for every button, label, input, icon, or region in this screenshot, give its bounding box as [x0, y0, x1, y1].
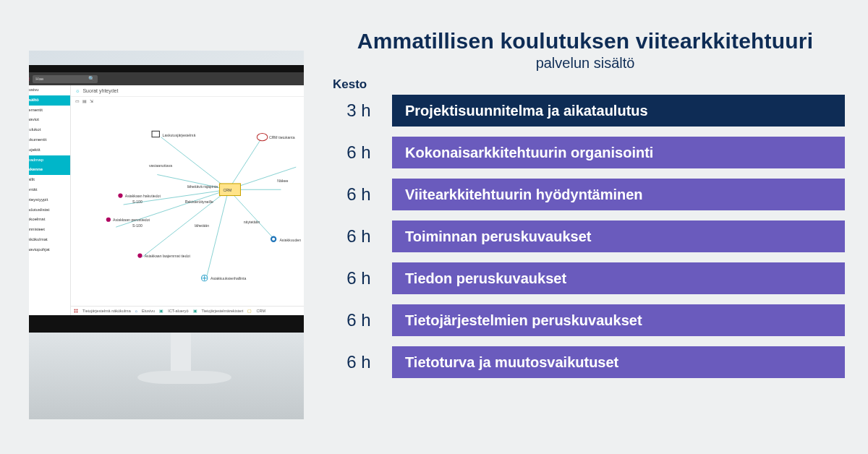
svg-point-13 [257, 133, 268, 140]
diagram-canvas[interactable]: CRM Laskutusjärjestelmä CRM tietokanta v… [71, 104, 304, 305]
app-body: EtusivuSisältöElementitKaaviotTaulukotDo… [29, 85, 304, 315]
sidebar-item[interactable]: Kaaviot [29, 115, 70, 125]
module-bar: Tietoturva ja muutosvaikutuset [392, 346, 845, 378]
module-row: 6 hTiedon peruskuvaukset [326, 262, 845, 294]
module-row: 6 hViitearkkitehtuurin hyödyntäminen [326, 179, 845, 210]
svg-text:näytetään: näytetään [244, 220, 260, 224]
sidebar-item-label: Dokumentit [29, 137, 46, 143]
monitor-bezel: ARC Hae 🔍 EtusivuSisältöElementitKaaviot… [29, 65, 304, 333]
sidebar-item[interactable]: Roadmap [29, 155, 70, 166]
svg-rect-39 [77, 312, 78, 313]
module-bar: Viitearkkitehtuurin hyödyntäminen [392, 179, 845, 210]
sidebar-item[interactable]: Kentät [29, 185, 70, 195]
module-row: 6 hKokonaisarkkitehtuurin organisointi [326, 137, 845, 168]
page-title: Ammatillisen koulutuksen viitearkkitehtu… [326, 29, 845, 53]
sidebar-item[interactable]: Projektit [29, 145, 70, 155]
svg-text:S-100: S-100 [132, 200, 142, 204]
sidebar-item[interactable]: Kokoelmat [29, 215, 70, 225]
sidebar-item[interactable]: Näkökulmat [29, 235, 70, 245]
svg-text:CRM tietokanta: CRM tietokanta [269, 135, 295, 140]
sidebar-item[interactable]: Taulukot [29, 125, 70, 135]
module-duration: 6 h [326, 142, 392, 163]
module-duration: 3 h [326, 100, 392, 121]
module-bar: Kokonaisarkkitehtuurin organisointi [392, 137, 845, 168]
sidebar-item-label: Sisältö [29, 98, 39, 103]
svg-text:Asiakkuuksienhallinta: Asiakkuuksienhallinta [210, 276, 247, 280]
breadcrumb-item[interactable]: ICT-alueryö [168, 309, 188, 313]
sidebar-item[interactable]: Etusivu [29, 85, 70, 95]
search-icon: 🔍 [88, 76, 95, 82]
svg-text:Asiakkaan hakutiedot: Asiakkaan hakutiedot [125, 194, 161, 198]
main-heading-row: ☼ Suorat yhteydet [71, 85, 304, 97]
sidebar-item[interactable]: Tunnisteet [29, 225, 70, 235]
module-row: 3 hProjektisuunnitelma ja aikataulutus [326, 95, 845, 127]
svg-point-21 [106, 218, 111, 222]
sidebar-item[interactable]: Mallit [29, 175, 70, 185]
sidebar-item-label: Etusivu [29, 87, 39, 93]
sidebar-item-label: Taulukot [29, 127, 41, 133]
module-duration: 6 h [326, 352, 392, 372]
diagram-center: CRM [224, 188, 232, 192]
monitor-photo: ARC Hae 🔍 EtusivuSisältöElementitKaaviot… [29, 51, 304, 419]
sidebar-section-header: Sisältö [29, 95, 70, 106]
svg-text:Asiakkuuden: Asiakkuuden [279, 238, 301, 242]
module-duration: 6 h [326, 226, 392, 247]
sidebar-item[interactable]: Elementit [29, 106, 70, 116]
module-bar: Tietojärjestelmien peruskuvaukset [392, 304, 845, 336]
module-duration: 6 h [326, 310, 392, 330]
page-subtitle: palvelun sisältö [326, 55, 845, 72]
breadcrumb-item[interactable]: Tietojärjestelmärekisteri [202, 309, 244, 313]
app-window: ARC Hae 🔍 EtusivuSisältöElementitKaaviot… [29, 72, 304, 315]
module-duration: 6 h [326, 268, 392, 288]
sidebar-item[interactable]: Dokumentit [29, 135, 70, 145]
sidebar-item[interactable]: Yhteystyypit [29, 195, 70, 205]
tool-icon[interactable]: ▭ [75, 98, 80, 103]
duration-column-label: Kesto [333, 77, 845, 92]
svg-text:Näkee: Näkee [277, 179, 288, 183]
svg-text:Rekisteröityneille: Rekisteröityneille [185, 200, 213, 204]
svg-line-8 [229, 189, 273, 238]
svg-text:vastaanottava: vastaanottava [149, 163, 172, 168]
app-sidebar: EtusivuSisältöElementitKaaviotTaulukotDo… [29, 85, 71, 315]
breadcrumb-item[interactable]: Etusivu [142, 309, 155, 313]
sidebar-item-label: Elementit [29, 108, 43, 113]
module-row: 6 hTietojärjestelmien peruskuvaukset [326, 304, 845, 336]
sidebar-item-label: Pudotuslistat [29, 207, 49, 213]
svg-text:Asiakkaan perustiedot: Asiakkaan perustiedot [113, 218, 150, 222]
sidebar-item-label: Kokoelmat [29, 217, 45, 223]
svg-text:lähettävä rajapinta: lähettävä rajapinta [187, 184, 218, 189]
tool-icon[interactable]: ▤ [82, 98, 87, 103]
content-panel: Ammatillisen koulutuksen viitearkkitehtu… [326, 29, 845, 428]
sun-icon: ☼ [75, 88, 80, 93]
sidebar-section-header: Rakenne [29, 165, 70, 175]
app-brand: ARC [29, 76, 30, 82]
sidebar-item-label: Näkökulmat [29, 237, 48, 243]
sidebar-item[interactable]: Pudotuslistat [29, 205, 70, 215]
breadcrumb-item[interactable]: Tietojärjestelmä näkökulma [82, 309, 131, 313]
svg-rect-11 [152, 131, 159, 137]
svg-text:S-100: S-100 [132, 223, 142, 228]
svg-rect-37 [77, 309, 78, 311]
module-bar: Tiedon peruskuvaukset [392, 262, 845, 294]
sidebar-item-label: Kaaviopohjat [29, 247, 50, 253]
breadcrumb-item[interactable]: CRM [256, 309, 265, 313]
home-icon: ⌂ [135, 309, 137, 313]
sidebar-item-label: Mallit [29, 177, 35, 183]
breadcrumb: Tietojärjestelmä näkökulma ⌂ Etusivu ▣ I… [71, 306, 304, 315]
module-bar: Projektisuunnitelma ja aikataulutus [392, 95, 845, 127]
svg-point-18 [118, 193, 122, 197]
main-heading: Suorat yhteydet [82, 88, 118, 93]
search-input[interactable]: Hae 🔍 [33, 75, 98, 83]
sidebar-item-label: Projektit [29, 147, 41, 153]
sidebar-item[interactable]: Kaaviopohjat [29, 245, 70, 255]
sidebar-item-label: Roadmap [29, 158, 43, 163]
app-main: ☼ Suorat yhteydet ▭ ▤ ⇲ [71, 85, 304, 315]
svg-rect-38 [75, 312, 76, 313]
monitor-stand [137, 333, 224, 390]
sidebar-item-label: Kentät [29, 187, 37, 193]
svg-line-1 [229, 137, 263, 190]
svg-point-34 [272, 238, 275, 241]
tool-icon[interactable]: ⇲ [90, 98, 93, 103]
module-duration: 6 h [326, 184, 392, 205]
sidebar-item-label: Kaaviot [29, 117, 39, 123]
